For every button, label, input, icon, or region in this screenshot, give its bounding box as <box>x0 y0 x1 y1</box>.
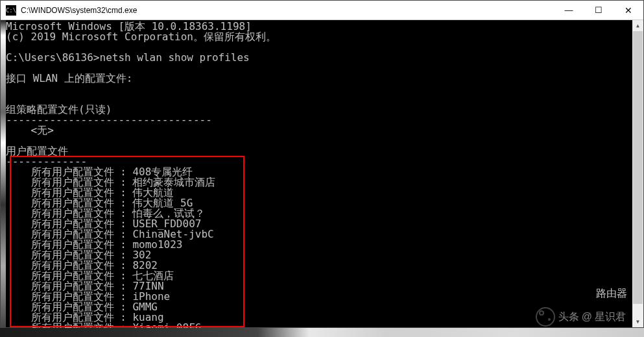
cmd-window: C:\ C:\WINDOWS\system32\cmd.exe — ☐ ✕ Mi… <box>0 0 644 328</box>
scroll-thumb[interactable] <box>633 31 643 304</box>
terminal-line: 接口 WLAN 上的配置文件: <box>6 73 632 84</box>
vertical-scrollbar[interactable]: ▲ ▼ <box>632 20 643 327</box>
terminal-line: <无> <box>6 125 632 136</box>
terminal-line: C:\Users\86136>netsh wlan show profiles <box>6 53 632 63</box>
terminal-line <box>6 84 632 94</box>
terminal-line <box>6 136 632 146</box>
window-controls: — ☐ ✕ <box>554 1 643 19</box>
window-title: C:\WINDOWS\system32\cmd.exe <box>19 6 554 15</box>
close-button[interactable]: ✕ <box>614 1 643 19</box>
cmd-icon: C:\ <box>6 5 16 16</box>
minimize-button[interactable]: — <box>554 1 584 19</box>
left-edge-strip <box>1 20 6 327</box>
titlebar[interactable]: C:\ C:\WINDOWS\system32\cmd.exe — ☐ ✕ <box>1 1 643 20</box>
terminal-output[interactable]: Microsoft Windows [版本 10.0.18363.1198](c… <box>6 20 632 327</box>
maximize-button[interactable]: ☐ <box>584 1 614 19</box>
terminal-line: (c) 2019 Microsoft Corporation。保留所有权利。 <box>6 32 632 42</box>
terminal-line: --------------------------------- <box>6 115 632 125</box>
scroll-down-arrow[interactable]: ▼ <box>632 316 643 327</box>
terminal-line: 用户配置文件 <box>6 146 632 156</box>
taskbar-fragment <box>0 328 644 337</box>
scroll-up-arrow[interactable]: ▲ <box>632 20 643 31</box>
terminal-area: Microsoft Windows [版本 10.0.18363.1198](c… <box>1 20 643 327</box>
